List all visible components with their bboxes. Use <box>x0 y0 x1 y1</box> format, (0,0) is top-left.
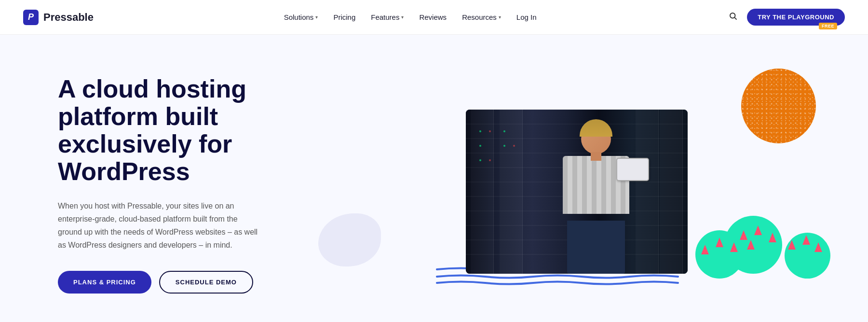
svg-marker-28 <box>747 240 755 250</box>
nav-pricing[interactable]: Pricing <box>333 13 355 21</box>
svg-point-18 <box>503 145 505 147</box>
svg-marker-31 <box>814 242 822 252</box>
cloud-group <box>695 216 830 279</box>
nav-solutions[interactable]: Solutions ▾ <box>284 13 318 21</box>
hero-content: A cloud hosting platform built exclusive… <box>58 75 289 294</box>
triangles-icon <box>695 216 830 279</box>
chevron-down-icon: ▾ <box>315 14 318 20</box>
search-icon[interactable] <box>727 10 739 25</box>
nav-features[interactable]: Features ▾ <box>371 13 404 21</box>
svg-rect-3 <box>741 69 816 143</box>
svg-line-1 <box>735 17 737 19</box>
nav-resources[interactable]: Resources ▾ <box>462 13 501 21</box>
nav-login[interactable]: Log In <box>516 13 537 21</box>
tablet-device <box>616 158 649 181</box>
svg-marker-27 <box>769 233 776 242</box>
logo-icon: P <box>23 10 39 25</box>
svg-point-17 <box>503 130 505 132</box>
logo-letter: P <box>28 12 34 22</box>
header: P Pressable Solutions ▾ Pricing Features… <box>0 0 868 35</box>
photo-inner <box>466 110 688 274</box>
main-nav: Solutions ▾ Pricing Features ▾ Reviews R… <box>284 13 537 21</box>
hero-visual <box>289 64 845 305</box>
logo[interactable]: P Pressable <box>23 10 94 25</box>
svg-point-20 <box>489 159 491 161</box>
svg-marker-29 <box>788 240 796 250</box>
svg-point-19 <box>489 130 491 132</box>
hair <box>580 119 612 137</box>
legs <box>567 221 625 274</box>
hero-buttons: PLANS & PRICING SCHEDULE DEMO <box>58 271 289 294</box>
plans-pricing-button[interactable]: PLANS & PRICING <box>58 271 151 294</box>
hero-subtitle: When you host with Pressable, your sites… <box>58 199 260 252</box>
svg-marker-26 <box>754 225 762 235</box>
hero-title: A cloud hosting platform built exclusive… <box>58 75 289 186</box>
svg-marker-30 <box>802 235 810 245</box>
svg-point-14 <box>479 130 481 132</box>
try-playground-button[interactable]: TRY THE PLAYGROUND FREE <box>747 9 845 26</box>
svg-marker-24 <box>730 242 738 252</box>
logo-name: Pressable <box>43 11 94 24</box>
nav-actions: TRY THE PLAYGROUND FREE <box>727 9 845 26</box>
dot-pattern-icon <box>741 69 816 143</box>
neck <box>591 152 601 161</box>
svg-point-16 <box>479 159 481 161</box>
schedule-demo-button[interactable]: SCHEDULE DEMO <box>159 271 253 294</box>
svg-marker-23 <box>716 238 723 247</box>
svg-marker-22 <box>701 245 709 254</box>
orange-circle-decoration <box>741 69 816 143</box>
chevron-down-icon: ▾ <box>499 14 501 20</box>
svg-point-0 <box>730 13 735 18</box>
svg-point-21 <box>513 145 515 147</box>
svg-point-15 <box>479 145 481 147</box>
cloud-decoration <box>695 216 830 279</box>
nav-reviews[interactable]: Reviews <box>419 13 447 21</box>
hero-section: A cloud hosting platform built exclusive… <box>0 35 868 322</box>
free-badge: FREE <box>819 23 837 29</box>
blob-decoration <box>318 213 381 266</box>
person-figure <box>548 119 644 274</box>
chevron-down-icon: ▾ <box>401 14 404 20</box>
hero-photo <box>466 110 688 274</box>
svg-marker-25 <box>740 230 747 240</box>
